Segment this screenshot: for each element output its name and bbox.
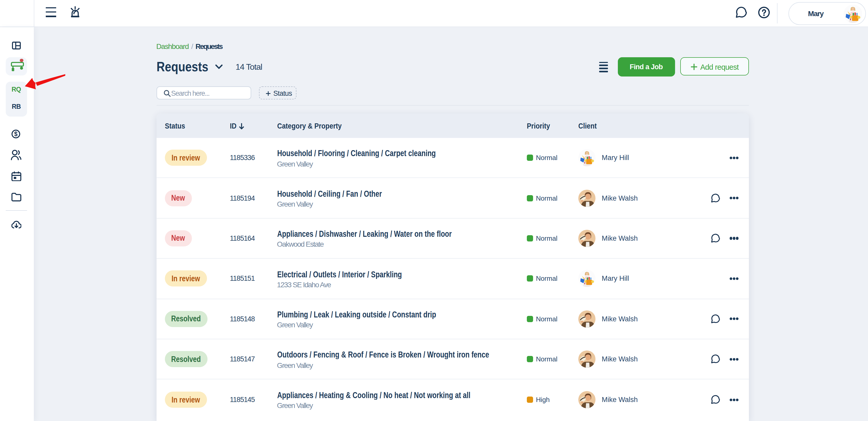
svg-text:$: $ (14, 130, 18, 137)
